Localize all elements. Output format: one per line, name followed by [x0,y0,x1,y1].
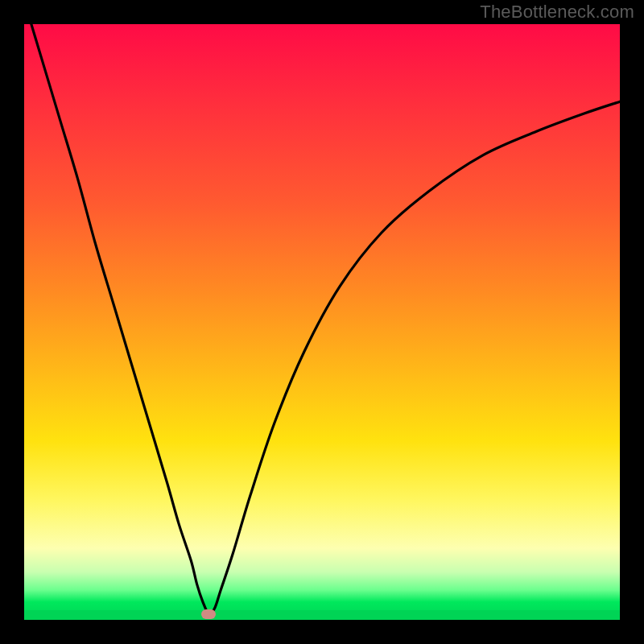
plot-area [24,24,620,620]
chart-frame: TheBottleneck.com [0,0,644,644]
optimal-point-marker [201,609,216,619]
green-baseline-strip [24,610,620,620]
background-gradient [24,24,620,620]
watermark-text: TheBottleneck.com [480,2,634,23]
